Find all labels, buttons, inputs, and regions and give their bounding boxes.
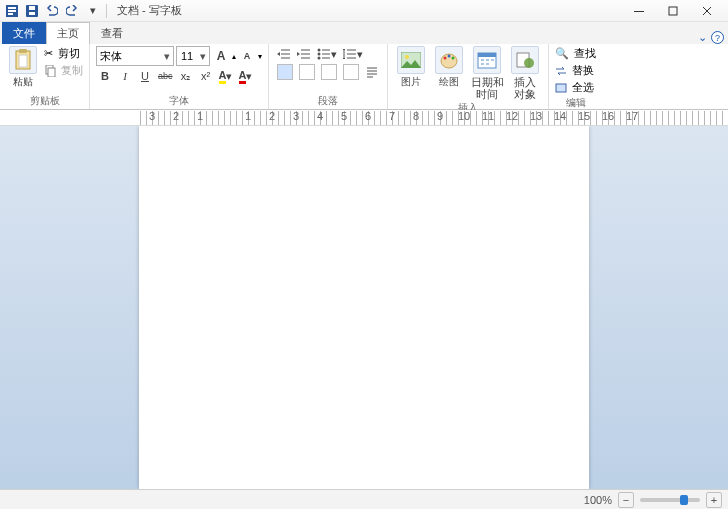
quick-access-toolbar: ▾ xyxy=(4,3,102,19)
copy-icon xyxy=(44,65,56,77)
font-name-input[interactable] xyxy=(97,50,161,62)
ruler-tick: 3 xyxy=(284,110,308,126)
copy-button[interactable]: 复制 xyxy=(44,63,83,78)
scissors-icon: ✂ xyxy=(44,47,53,60)
shrink-font-button[interactable]: A xyxy=(238,48,256,64)
zoom-level: 100% xyxy=(584,494,612,506)
svg-point-21 xyxy=(448,55,451,58)
zoom-in-button[interactable]: + xyxy=(706,492,722,508)
svg-rect-6 xyxy=(29,12,35,15)
italic-button[interactable]: I xyxy=(116,68,134,84)
selectall-button[interactable]: 全选 xyxy=(555,80,596,95)
align-justify-button[interactable] xyxy=(341,64,361,80)
tab-home[interactable]: 主页 xyxy=(46,22,90,44)
ruler-tick: 17 xyxy=(620,110,644,126)
svg-rect-5 xyxy=(29,6,35,10)
ruler[interactable]: 3211234567891011121314151617 xyxy=(0,110,728,126)
ribbon-minimize-icon[interactable]: ⌄ xyxy=(698,31,707,44)
zoom-slider[interactable] xyxy=(640,498,700,502)
bold-button[interactable]: B xyxy=(96,68,114,84)
increase-indent-button[interactable] xyxy=(295,46,313,62)
insert-datetime-button[interactable]: 日期和时间 xyxy=(470,46,504,100)
select-all-icon xyxy=(555,83,567,93)
ruler-tick: 9 xyxy=(428,110,452,126)
object-icon xyxy=(511,46,539,74)
picture-icon xyxy=(397,46,425,74)
ruler-tick: 2 xyxy=(164,110,188,126)
underline-button[interactable]: U xyxy=(136,68,154,84)
titlebar: ▾ 文档 - 写字板 xyxy=(0,0,728,22)
ribbon: 粘贴 ✂剪切 复制 剪贴板 ▾ ▾ A▴ A▾ B I U xyxy=(0,44,728,110)
ruler-tick: 14 xyxy=(548,110,572,126)
insert-object-button[interactable]: 插入对象 xyxy=(508,46,542,100)
zoom-out-button[interactable]: − xyxy=(618,492,634,508)
align-left-button[interactable] xyxy=(275,64,295,80)
bullets-button[interactable]: ▾ xyxy=(315,46,339,62)
maximize-button[interactable] xyxy=(656,1,690,21)
ruler-tick: 4 xyxy=(308,110,332,126)
tab-view[interactable]: 查看 xyxy=(90,22,134,44)
calendar-icon xyxy=(473,46,501,74)
ruler-tick: 3 xyxy=(140,110,164,126)
undo-icon[interactable] xyxy=(44,3,60,19)
svg-point-16 xyxy=(318,57,321,60)
ruler-tick: 15 xyxy=(572,110,596,126)
help-icon[interactable]: ? xyxy=(711,31,724,44)
chevron-down-icon[interactable]: ▾ xyxy=(161,50,173,63)
font-size-combo[interactable]: ▾ xyxy=(176,46,210,66)
svg-rect-1 xyxy=(8,7,16,9)
svg-rect-24 xyxy=(478,53,496,57)
workspace xyxy=(0,126,728,489)
minimize-button[interactable] xyxy=(622,1,656,21)
statusbar: 100% − + xyxy=(0,489,728,509)
app-icon xyxy=(4,3,20,19)
cut-button[interactable]: ✂剪切 xyxy=(44,46,83,61)
svg-rect-10 xyxy=(19,49,27,53)
save-icon[interactable] xyxy=(24,3,40,19)
decrease-indent-button[interactable] xyxy=(275,46,293,62)
group-font: ▾ ▾ A▴ A▾ B I U abc x₂ x² A▾ A▾ 字体 xyxy=(90,44,269,109)
group-paragraph: ▾ ▾ 段落 xyxy=(269,44,388,109)
grow-font-button[interactable]: A xyxy=(212,48,230,64)
align-right-button[interactable] xyxy=(319,64,339,80)
font-size-input[interactable] xyxy=(177,50,197,62)
ruler-tick: 11 xyxy=(476,110,500,126)
qat-customize-icon[interactable]: ▾ xyxy=(84,3,102,19)
svg-rect-8 xyxy=(669,7,677,15)
search-icon: 🔍 xyxy=(555,47,569,60)
subscript-button[interactable]: x₂ xyxy=(177,68,195,84)
clipboard-icon xyxy=(9,46,37,74)
svg-point-20 xyxy=(444,57,447,60)
font-name-combo[interactable]: ▾ xyxy=(96,46,174,66)
svg-point-22 xyxy=(452,57,455,60)
group-editing: 🔍查找 替换 全选 编辑 xyxy=(549,44,602,109)
document-page[interactable] xyxy=(139,126,589,489)
highlight-button[interactable]: A▾ xyxy=(217,68,235,84)
ruler-tick: 12 xyxy=(500,110,524,126)
svg-rect-3 xyxy=(8,13,13,15)
line-spacing-button[interactable]: ▾ xyxy=(341,46,365,62)
align-center-button[interactable] xyxy=(297,64,317,80)
strike-button[interactable]: abc xyxy=(156,68,175,84)
chevron-down-icon[interactable]: ▾ xyxy=(197,50,209,63)
paste-button[interactable]: 粘贴 xyxy=(6,46,40,87)
paragraph-dialog-button[interactable] xyxy=(363,64,381,80)
ruler-tick: 16 xyxy=(596,110,620,126)
close-button[interactable] xyxy=(690,1,724,21)
ruler-tick: 1 xyxy=(236,110,260,126)
ruler-tick: 13 xyxy=(524,110,548,126)
superscript-button[interactable]: x² xyxy=(197,68,215,84)
ruler-tick: 8 xyxy=(404,110,428,126)
ruler-tick xyxy=(212,110,236,126)
font-color-button[interactable]: A▾ xyxy=(237,68,255,84)
redo-icon[interactable] xyxy=(64,3,80,19)
svg-point-14 xyxy=(318,49,321,52)
ruler-tick: 7 xyxy=(380,110,404,126)
insert-paint-button[interactable]: 绘图 xyxy=(432,46,466,87)
tab-file[interactable]: 文件 xyxy=(2,22,46,44)
replace-button[interactable]: 替换 xyxy=(555,63,596,78)
insert-picture-button[interactable]: 图片 xyxy=(394,46,428,87)
replace-icon xyxy=(555,66,567,76)
find-button[interactable]: 🔍查找 xyxy=(555,46,596,61)
group-insert: 图片 绘图 日期和时间 插入对象 插入 xyxy=(388,44,549,109)
